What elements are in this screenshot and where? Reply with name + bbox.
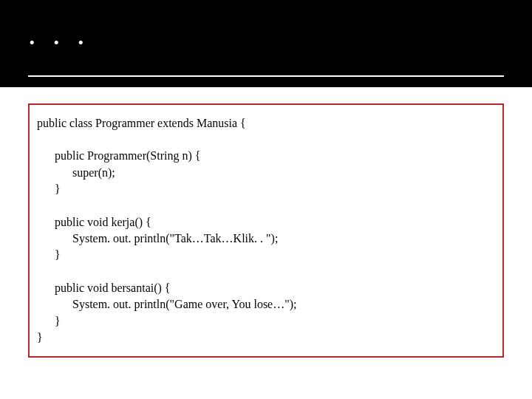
code-line: public class Programmer extends Manusia … [37,115,495,132]
blank-line [37,132,495,148]
code-line: } [37,313,495,330]
code-line: public Programmer(String n) { [37,148,495,164]
code-line: } [37,181,495,197]
slide-title: . . . [28,18,504,50]
code-line: } [37,247,495,263]
code-line: public void bersantai() { [37,280,495,296]
code-line: System. out. println("Tak…Tak…Klik. . ")… [37,231,495,247]
code-line: } [37,330,495,346]
code-line: System. out. println("Game over, You los… [37,296,495,313]
slide-header: . . . [0,0,532,87]
blank-line [37,198,495,214]
header-underline [28,75,504,77]
code-line: public void kerja() { [37,214,495,231]
code-box: public class Programmer extends Manusia … [28,103,504,358]
content-area: public class Programmer extends Manusia … [0,87,532,374]
code-line: super(n); [37,165,495,181]
blank-line [37,264,495,280]
